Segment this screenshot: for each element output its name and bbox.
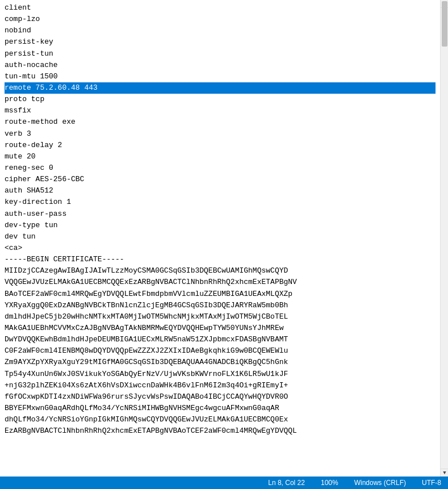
code-line[interactable]: YXRyaXggQ0ExDzANBgNVBCkTBnNlcnZlcjEgMB4G…	[5, 300, 436, 311]
code-line[interactable]: auth-nocache	[5, 60, 436, 71]
code-line[interactable]: auth SHA512	[5, 185, 436, 197]
status-bar: Ln 8, Col 22 100% Windows (CRLF) UTF-8	[0, 477, 448, 489]
scroll-thumb[interactable]	[442, 1, 447, 47]
code-line[interactable]: client	[5, 2, 436, 14]
code-line[interactable]: key-direction 1	[5, 197, 436, 208]
encoding-selector[interactable]: UTF-8	[420, 479, 443, 487]
code-line[interactable]: route-delay 2	[5, 140, 436, 151]
code-line[interactable]: dev tun	[5, 231, 436, 243]
scrollbar[interactable]: ▲ ▼	[440, 0, 448, 477]
code-line[interactable]: auth-user-pass	[5, 208, 436, 220]
code-line[interactable]: EzARBgNVBACTClNhbnRhRhQ2xhcmExETAPBgNVBA…	[5, 425, 436, 437]
code-line[interactable]: dmlhdHJpeC5jb20wHhcNMTkxMTA0MjIwOTM5WhcN…	[5, 311, 436, 323]
content-wrapper[interactable]: clientcomp-lzonobindpersist-keypersist-t…	[0, 0, 440, 477]
code-line[interactable]: reneg-sec 0	[5, 162, 436, 174]
code-line[interactable]: MAkGA1UEBhMCVVMxCzAJBgNVBAgTAkNBMRMwEQYD…	[5, 323, 436, 334]
code-line[interactable]: mssfix	[5, 105, 436, 116]
code-line[interactable]: fGfOCxwpKDTI4zxNDiWFWa96rursSJycvWsPswID…	[5, 391, 436, 403]
code-line[interactable]: mute 20	[5, 151, 436, 162]
line-col-indicator[interactable]: Ln 8, Col 22	[266, 479, 307, 487]
code-line[interactable]: nobind	[5, 25, 436, 36]
code-line[interactable]: tun-mtu 1500	[5, 71, 436, 82]
code-line[interactable]: -----BEGIN CERTIFICATE-----	[5, 254, 436, 265]
code-line[interactable]: route-method exe	[5, 116, 436, 128]
code-line[interactable]: Zm9AYXZpYXRyaXguY29tMIGfMA0GCSqGSIb3DQEB…	[5, 357, 436, 368]
editor-area: clientcomp-lzonobindpersist-keypersist-t…	[0, 0, 448, 477]
code-line[interactable]: verb 3	[5, 128, 436, 140]
line-ending-selector[interactable]: Windows (CRLF)	[352, 479, 408, 487]
code-line[interactable]: <ca>	[5, 243, 436, 254]
code-line[interactable]: BBYEFMxwnG0aqARdhQLfMo34/YcNRSiMIHWBgNVH…	[5, 403, 436, 414]
code-line[interactable]: persist-key	[5, 36, 436, 48]
zoom-level[interactable]: 100%	[319, 479, 341, 487]
code-line[interactable]: BAoTCEF2aWF0cml4MRQwEgYDVQQLEwtFbmdpbmVV…	[5, 289, 436, 300]
code-line[interactable]: dev-type tun	[5, 220, 436, 231]
code-line[interactable]: comp-lzo	[5, 14, 436, 25]
code-line[interactable]: C0F2aWF0cml4IENBMQ8wDQYDVQQpEwZZZXJ2ZXIx…	[5, 345, 436, 357]
code-line[interactable]: VQQGEwJVUzELMAkGA1UECBMCQQExEzARBgNVBACT…	[5, 277, 436, 288]
code-line[interactable]: Tp54y4XunUn6WxJ0SVikukYoSGAbQyErNzV/UjwV…	[5, 369, 436, 380]
code-line[interactable]: proto tcp	[5, 94, 436, 105]
code-line[interactable]: cipher AES-256-CBC	[5, 174, 436, 185]
code-line[interactable]: DwYDVQQKEwhBdmlhdHJpeDEUMBIGA1UECxMLRW5n…	[5, 334, 436, 345]
code-line[interactable]: persist-tun	[5, 48, 436, 60]
code-line[interactable]: +njG32plhZEKi04Xs6zAtX6hVsDXiwccnDaWHk4B…	[5, 380, 436, 391]
code-line[interactable]: remote 75.2.60.48 443	[5, 82, 436, 94]
code-content[interactable]: clientcomp-lzonobindpersist-keypersist-t…	[0, 0, 440, 439]
code-line[interactable]: MIIDzjCCAzegAwIBAgIJAIwTLzzMoyCSMA0GCSqG…	[5, 265, 436, 277]
scroll-down-arrow[interactable]: ▼	[441, 469, 448, 477]
code-line[interactable]: dhQLfMo34/YcNRSioYGnpIGkMIGhMQswCQYDVQQG…	[5, 414, 436, 425]
